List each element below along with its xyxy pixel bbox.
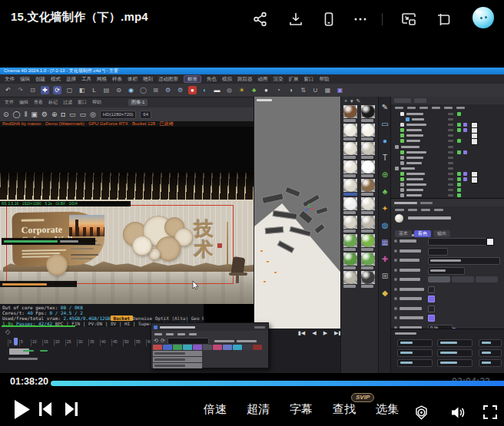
coordinates-panel [390,329,504,373]
material-thumbnail [361,234,375,247]
object-row [391,177,504,182]
playback-speed-button[interactable]: 倍速 [192,402,238,417]
editor-row [391,266,504,276]
side-tool-icon: ● [383,137,387,145]
picture-viewer-toolbar: ⊙◯‖▣⚙⊕◘▭▭◎HD(1280×720)64 [0,107,257,122]
row-label [400,316,423,319]
editor-header [391,199,504,206]
stats-text: Denoise OptiX (Alta) Geo 0 (Alta) Views [133,315,204,321]
toolbar-icon: ☀ [237,86,246,94]
material-swatch [343,179,360,196]
pv-menu-item: 查看 [34,99,43,106]
om-menu-item [395,107,403,109]
object-label [406,173,425,175]
search-button[interactable]: 查找 [321,402,367,417]
material-thumbnail [343,179,357,192]
editor-row [391,256,504,266]
material-name [343,193,357,196]
material-thumbnail [361,179,375,192]
c4d-menu-item: 选择 [66,76,76,83]
scene-object [284,187,301,198]
popup-filter-chip [213,345,222,350]
mini-window-icon[interactable] [435,11,452,28]
c4d-transport-icon: ▶ [323,330,327,336]
toolbar-icon: ⊙ [114,86,123,94]
picture-in-picture-icon[interactable] [400,11,417,28]
user-avatar[interactable] [472,7,494,28]
row-dropdown [428,267,465,275]
object-enabled-check [457,150,461,154]
material-sphere [343,234,357,247]
pv-toolbar-icon: ▭ [79,111,86,118]
spline-highlight [260,250,263,252]
current-time: 01:38:20 [10,376,48,387]
material-name [343,248,356,251]
material-name [361,285,373,288]
material-swatch [361,142,378,159]
object-manager-menu [391,104,504,111]
quality-button[interactable]: 超清 [235,402,281,417]
object-layer-dots [448,140,453,142]
c4d-menu-item: 运动图形 [158,76,178,83]
side-tool-icon: ✦ [382,204,388,213]
material-preview-row [391,213,504,224]
fullscreen-icon[interactable] [482,405,498,420]
object-label [406,183,426,186]
red-seal [217,243,222,248]
c4d-menu-item: 模式 [51,76,61,83]
stats-text: Bucket [111,315,133,321]
object-label [401,146,419,148]
previous-episode-button[interactable] [37,401,54,418]
tag-text [2,283,47,286]
object-row [391,122,504,127]
svip-badge: SVIP [351,393,374,402]
episodes-button[interactable]: 选集 [364,402,410,417]
object-icon [400,188,404,192]
material-sphere [343,105,357,118]
material-thumbnail [361,216,375,229]
object-layer-dots [448,129,453,131]
share-icon[interactable] [252,11,269,28]
toolbar-icon: ▦ [323,86,332,94]
player-top-bar: 15.文化墙制作（下）.mp4 [0,0,504,43]
popup-row-text [154,358,185,361]
track-key [40,350,48,352]
object-row [391,160,504,166]
editor-title [394,202,417,204]
pv-toolbar-icon: ⊕ [51,111,58,118]
dropdown-text [430,259,461,262]
object-tag [463,150,467,154]
row-checkbox-checked [428,296,435,302]
play-button[interactable] [12,399,31,420]
subtitle-button[interactable]: 字幕 [278,402,324,417]
object-icon [400,161,404,165]
material-thumbnail [343,105,357,118]
settings-icon[interactable] [413,405,429,421]
photo-buildings [69,227,104,236]
pv-toolbar-icon: ▣ [31,111,38,118]
volume-icon[interactable] [449,405,466,421]
progress-bar[interactable] [51,381,504,386]
object-label [406,140,420,142]
material-thumbnail [361,160,375,173]
material-manager: +▾✎ [340,97,379,373]
video-surface[interactable]: Cinema 4D 2024.1.0 - [7-2-13 - 文化墙制作.c4d… [0,48,504,373]
keyframe-diamond-icon: ◇ [5,329,10,335]
popup-list-row [153,363,202,368]
popup-titlebar [151,323,268,331]
more-options-icon[interactable] [352,11,369,28]
coord-field [437,359,472,367]
c4d-menu-item: 窗口 [304,76,314,83]
object-label [406,151,426,154]
coord-field [397,349,433,357]
segmented-button [476,276,498,282]
c4d-menu-item: 角色 [207,76,217,83]
download-icon[interactable] [287,11,304,28]
material-swatch [343,124,360,140]
object-icon [400,193,404,197]
next-episode-button[interactable] [63,401,80,418]
object-manager-tabs [391,97,504,104]
cast-to-phone-icon[interactable] [320,11,337,28]
c4d-menu-item: 文件 [5,76,15,83]
object-row [391,138,504,144]
